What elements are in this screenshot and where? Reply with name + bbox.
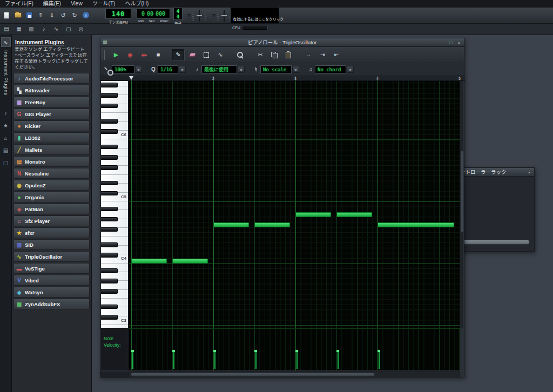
new-project-button[interactable]: [2, 10, 11, 20]
timeline-ruler[interactable]: 2345: [129, 76, 460, 81]
sidebar-tab-computer[interactable]: ▢: [1, 158, 11, 168]
black-key[interactable]: [101, 227, 118, 232]
plugin-item[interactable]: ╱Mallets: [14, 144, 90, 155]
black-key[interactable]: [101, 279, 118, 283]
black-key[interactable]: [101, 165, 118, 170]
note-length-spinner[interactable]: ◂▸: [238, 66, 245, 73]
plugin-item[interactable]: ▤Monstro: [14, 156, 90, 167]
note[interactable]: [295, 212, 331, 217]
black-key[interactable]: [101, 119, 118, 124]
controller-rack-toggle-button[interactable]: ◎: [76, 25, 86, 33]
piano-roll-titlebar[interactable]: ▦ ピアノロール - TripleOscillator □ ×: [100, 38, 464, 47]
note-length-control[interactable]: ♪ 最後に使用 ◂▸: [193, 66, 245, 73]
velocity-pane[interactable]: [129, 328, 460, 370]
black-key[interactable]: [101, 305, 118, 309]
shift-right-button[interactable]: →: [302, 49, 315, 61]
chord-spinner[interactable]: ◂▸: [347, 66, 354, 73]
jump-end-button[interactable]: ⇥: [316, 49, 329, 61]
chord-control[interactable]: ♫ No chord ◂▸: [307, 66, 354, 73]
horizontal-scroll-handle[interactable]: [131, 373, 375, 376]
stop-button[interactable]: ■: [152, 49, 165, 61]
menu-item-0[interactable]: ファイル(F): [0, 0, 38, 8]
time-signature-display[interactable]: 4 4: [174, 8, 182, 19]
black-key[interactable]: [101, 315, 118, 320]
zoom-value[interactable]: 100%: [112, 66, 134, 73]
vertical-scrollbar[interactable]: [460, 81, 463, 328]
note[interactable]: [213, 222, 249, 227]
plugin-item[interactable]: VVibed: [14, 275, 90, 286]
black-key[interactable]: [101, 217, 118, 222]
import-file-button[interactable]: ⇓: [47, 10, 57, 20]
bb-editor-button[interactable]: ▦: [14, 25, 24, 33]
redo-button[interactable]: ↻: [70, 10, 79, 20]
master-pitch-slider[interactable]: [217, 10, 231, 22]
chord-value[interactable]: No chord: [315, 66, 346, 73]
open-project-button[interactable]: [13, 10, 23, 20]
plugin-item[interactable]: ★sfxr: [14, 227, 90, 238]
black-key[interactable]: [101, 268, 118, 273]
note-grid[interactable]: [129, 81, 460, 328]
save-project-button[interactable]: [24, 10, 34, 20]
plugin-item[interactable]: ◆PatMan: [14, 204, 90, 214]
black-key[interactable]: [101, 242, 118, 247]
close-icon[interactable]: ×: [456, 39, 462, 46]
fx-mixer-button[interactable]: ▥: [26, 25, 36, 33]
plugin-item[interactable]: ▦FreeBoy: [14, 97, 90, 107]
quantize-value[interactable]: 1/16: [158, 66, 178, 73]
plugin-item[interactable]: ●Kicker: [14, 120, 90, 131]
vertical-scroll-handle[interactable]: [461, 151, 463, 232]
velocity-bar[interactable]: [172, 350, 175, 369]
plugin-item[interactable]: ▩ZynAddSubFX: [14, 299, 90, 309]
record-button[interactable]: ◉: [124, 49, 137, 61]
plugin-item[interactable]: ♫Sf2 Player: [14, 215, 90, 226]
undo-button[interactable]: ↺: [58, 10, 68, 20]
master-volume-handle[interactable]: [196, 15, 203, 17]
menu-item-3[interactable]: ツール(T): [87, 0, 120, 8]
plugin-item[interactable]: ●Organic: [14, 192, 90, 202]
velocity-bar[interactable]: [213, 350, 216, 369]
plugin-item[interactable]: ♪AudioFileProcessor: [14, 73, 90, 84]
output-visualizer[interactable]: 有効にするにはここをクリック: [231, 8, 279, 23]
black-key[interactable]: [101, 93, 118, 98]
note-length-value[interactable]: 最後に使用: [202, 66, 237, 73]
menu-item-2[interactable]: View: [66, 0, 87, 8]
horizontal-scrollbar[interactable]: [129, 371, 460, 377]
toolbar-grip-icon[interactable]: [103, 50, 106, 60]
plugin-item[interactable]: NNescaline: [14, 168, 90, 179]
plugin-item[interactable]: GGIG Player: [14, 109, 90, 119]
select-button[interactable]: [200, 49, 213, 61]
menu-item-1[interactable]: 編集(E): [38, 0, 66, 8]
draw-button[interactable]: ✎: [172, 49, 185, 61]
whats-this-button[interactable]: i: [81, 10, 91, 20]
bpm-display[interactable]: 140: [106, 9, 131, 18]
plugin-item[interactable]: ▮LB302: [14, 132, 90, 143]
sidebar-tab-instruments[interactable]: ∿: [1, 37, 11, 47]
black-key[interactable]: [101, 145, 118, 150]
erase-button[interactable]: [186, 49, 199, 61]
master-pitch-handle[interactable]: [221, 15, 227, 17]
note[interactable]: [254, 222, 290, 227]
note[interactable]: [131, 259, 167, 263]
cut-button[interactable]: ✂: [254, 49, 267, 61]
maximize-icon[interactable]: □: [448, 39, 454, 46]
detune-button[interactable]: ∿: [214, 49, 227, 61]
black-key[interactable]: [101, 104, 118, 109]
menu-item-4[interactable]: ヘルプ(H): [120, 0, 153, 8]
master-volume-slider[interactable]: [192, 10, 206, 22]
sidebar-tab-presets[interactable]: ★: [1, 121, 11, 131]
zoom-spinner[interactable]: ◂▸: [135, 66, 142, 73]
play-button[interactable]: ▶: [110, 49, 123, 61]
sidebar-tab-root[interactable]: ▤: [1, 146, 11, 156]
record-accompany-button[interactable]: ◉▶: [138, 49, 151, 61]
sidebar-tab-samples[interactable]: ♪: [1, 109, 11, 118]
paste-button[interactable]: [282, 49, 295, 61]
project-notes-button[interactable]: ▢: [64, 25, 73, 33]
piano-roll-toggle-button[interactable]: ♪: [39, 25, 49, 33]
black-key[interactable]: [101, 155, 118, 160]
playhead-marker-icon[interactable]: [129, 76, 133, 80]
export-project-button[interactable]: ⇑: [36, 10, 45, 20]
velocity-bar[interactable]: [295, 350, 298, 369]
note[interactable]: [336, 212, 372, 217]
velocity-bar[interactable]: [377, 350, 380, 369]
plugin-item[interactable]: ◈Watsyn: [14, 287, 90, 298]
